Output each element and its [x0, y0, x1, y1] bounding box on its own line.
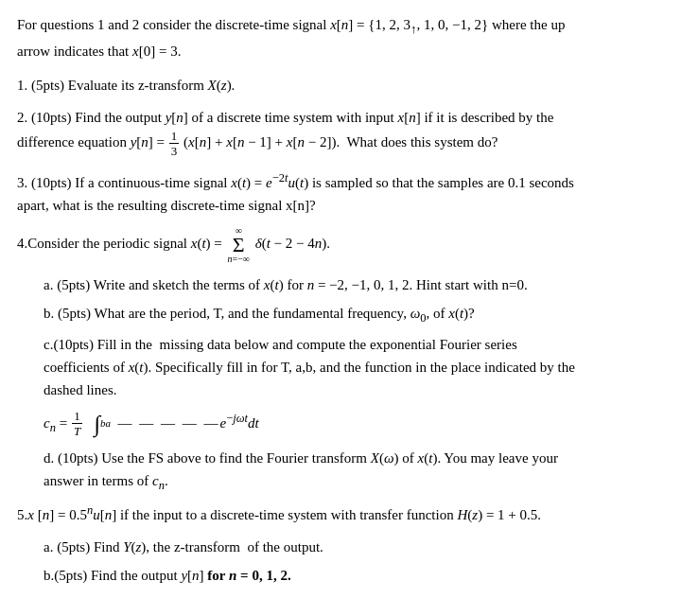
q5b-text: b.(5pts) Find the output y[n] for n = 0,… — [44, 568, 291, 583]
q4c-formula: cn = 1 T ∫ba — — — — —e−jωtdt — [44, 409, 664, 439]
formula-frac-1-T: 1 T — [72, 409, 82, 439]
question-2: 2. (10pts) Find the output y[n] of a dis… — [17, 106, 664, 159]
question-5b: b.(5pts) Find the output y[n] for n = 0,… — [44, 564, 664, 587]
q4-text: 4.Consider the periodic signal x(t) = ∞ … — [17, 236, 330, 251]
q4d-text: d. (10pts) Use the FS above to find the … — [44, 450, 558, 488]
q5a-text: a. (5pts) Find Y(z), the z-transform of … — [44, 539, 323, 554]
q4c-text: c.(10pts) Fill in the missing data below… — [44, 337, 575, 397]
fraction-1-3: 1 3 — [169, 129, 180, 159]
question-5a: a. (5pts) Find Y(z), the z-transform of … — [44, 536, 664, 558]
question-4c: c.(10pts) Fill in the missing data below… — [44, 333, 664, 401]
question-4b: b. (5pts) What are the period, T, and th… — [44, 302, 664, 327]
q4b-text: b. (5pts) What are the period, T, and th… — [44, 306, 475, 321]
q2-text: 2. (10pts) Find the output y[n] of a dis… — [17, 110, 553, 150]
question-5: 5.x [n] = 0.5nu[n] if the input to a dis… — [17, 501, 664, 526]
question-1: 1. (5pts) Evaluate its z-transform X(z). — [17, 74, 664, 97]
question-3: 3. (10pts) If a continuous-time signal x… — [17, 168, 664, 217]
question-4: 4.Consider the periodic signal x(t) = ∞ … — [17, 226, 664, 264]
intro-text: For questions 1 and 2 consider the discr… — [17, 13, 664, 62]
question-4a: a. (5pts) Write and sketch the terms of … — [44, 273, 664, 296]
q1-label: 1. (5pts) Evaluate its z-transform X(z). — [17, 78, 235, 93]
q4a-text: a. (5pts) Write and sketch the terms of … — [44, 277, 528, 292]
intro-paragraph: For questions 1 and 2 consider the discr… — [17, 13, 664, 62]
q5-text: 5.x [n] = 0.5nu[n] if the input to a dis… — [17, 507, 541, 522]
integral: ∫ba — [94, 413, 111, 435]
sum-symbol: ∞ Σ n=−∞ — [228, 226, 250, 264]
question-4d: d. (10pts) Use the FS above to find the … — [44, 447, 664, 495]
q3-text: 3. (10pts) If a continuous-time signal x… — [17, 175, 574, 213]
